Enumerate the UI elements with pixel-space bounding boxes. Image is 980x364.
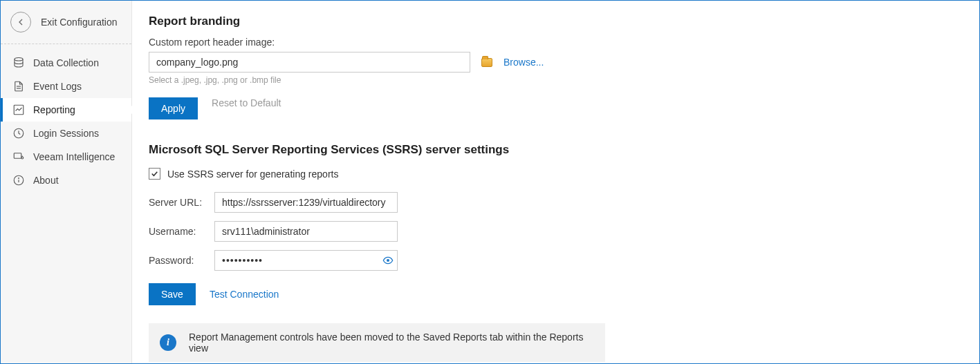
reset-to-default-button[interactable]: Reset to Default: [212, 97, 281, 119]
svg-point-0: [15, 58, 23, 61]
server-url-label: Server URL:: [149, 197, 207, 208]
eye-icon[interactable]: [382, 255, 394, 266]
header-image-input[interactable]: [149, 52, 470, 73]
sparkle-icon: [12, 151, 25, 163]
use-ssrs-label: Use SSRS server for generating reports: [167, 169, 338, 180]
sidebar-item-reporting[interactable]: Reporting: [1, 98, 131, 122]
sidebar-item-about[interactable]: About: [1, 169, 131, 192]
sidebar-item-event-logs[interactable]: Event Logs: [1, 75, 131, 98]
header-image-hint: Select a .jpeg, .jpg, .png or .bmp file: [149, 75, 963, 85]
database-icon: [12, 57, 25, 69]
report-branding-heading: Report branding: [149, 15, 963, 28]
exit-label: Exit Configuration: [41, 17, 118, 28]
sidebar-item-label: Veeam Intelligence: [33, 151, 115, 162]
svg-point-9: [19, 178, 19, 179]
username-label: Username:: [149, 226, 207, 237]
sidebar: Exit Configuration Data Collection Event…: [1, 1, 132, 363]
sidebar-nav: Data Collection Event Logs Reporting Log…: [1, 44, 131, 192]
document-icon: [12, 80, 25, 93]
app-window: Exit Configuration Data Collection Event…: [0, 0, 980, 364]
info-icon: [12, 174, 25, 186]
clock-icon: [12, 127, 25, 140]
use-ssrs-checkbox[interactable]: Use SSRS server for generating reports: [149, 168, 963, 180]
chart-icon: [12, 104, 25, 116]
server-url-input[interactable]: [214, 192, 398, 213]
apply-button[interactable]: Apply: [149, 97, 198, 119]
ssrs-section: Microsoft SQL Server Reporting Services …: [149, 143, 963, 362]
info-bar: i Report Management controls have been m…: [149, 323, 605, 362]
sidebar-item-label: Reporting: [33, 104, 75, 115]
svg-point-10: [387, 259, 389, 262]
test-connection-link[interactable]: Test Connection: [210, 289, 279, 300]
sidebar-item-label: Event Logs: [33, 81, 82, 92]
ssrs-buttons: Save Test Connection: [149, 283, 963, 305]
header-image-row: Browse...: [149, 52, 963, 73]
branding-buttons: Apply Reset to Default: [149, 97, 963, 119]
sidebar-item-label: About: [33, 175, 59, 186]
ssrs-heading: Microsoft SQL Server Reporting Services …: [149, 143, 963, 157]
back-arrow-icon: [10, 12, 31, 32]
main-content: Report branding Custom report header ima…: [132, 1, 979, 363]
username-input[interactable]: [214, 221, 398, 242]
sidebar-item-login-sessions[interactable]: Login Sessions: [1, 122, 131, 145]
folder-icon: [481, 58, 492, 67]
sidebar-item-data-collection[interactable]: Data Collection: [1, 51, 131, 75]
browse-link[interactable]: Browse...: [503, 57, 544, 68]
save-button[interactable]: Save: [149, 283, 196, 305]
sidebar-item-label: Login Sessions: [33, 128, 99, 139]
svg-rect-5: [14, 153, 21, 159]
svg-point-6: [21, 157, 24, 159]
info-circle-icon: i: [160, 334, 176, 351]
checkbox-icon: [149, 168, 160, 180]
password-label: Password:: [149, 255, 207, 266]
password-input[interactable]: [214, 250, 398, 271]
header-image-label: Custom report header image:: [149, 37, 963, 48]
sidebar-item-veeam-intelligence[interactable]: Veeam Intelligence: [1, 145, 131, 169]
sidebar-item-label: Data Collection: [33, 57, 99, 68]
ssrs-form: Server URL: Username: Password:: [149, 192, 963, 271]
password-wrapper: [214, 250, 398, 271]
info-text: Report Management controls have been mov…: [189, 332, 594, 354]
exit-configuration-button[interactable]: Exit Configuration: [1, 1, 131, 44]
